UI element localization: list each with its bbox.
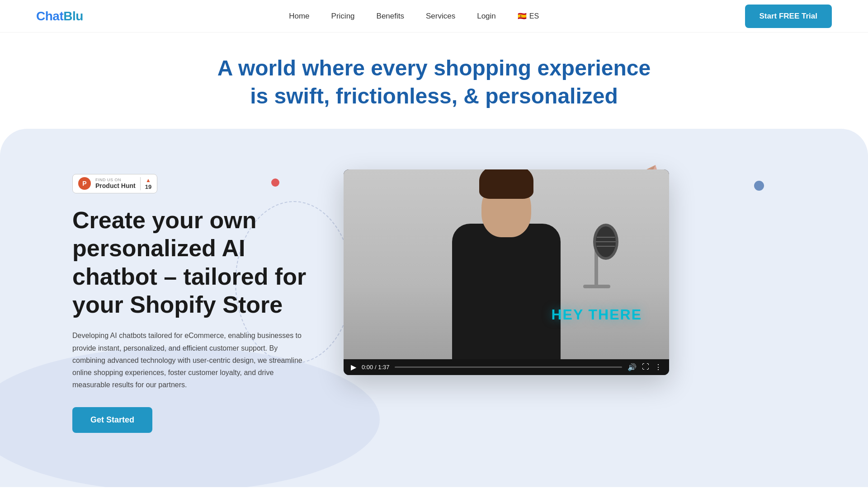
ph-find-label: FIND US ON bbox=[95, 178, 136, 182]
ph-score-number: 19 bbox=[145, 183, 151, 190]
ph-text: FIND US ON Product Hunt bbox=[95, 178, 136, 189]
nav-login[interactable]: Login bbox=[477, 12, 496, 20]
heading-line1: Create your own bbox=[72, 207, 256, 233]
nav-links: Home Pricing Benefits Services Login 🇪🇸 … bbox=[289, 12, 539, 21]
logo-part1: Chat bbox=[36, 9, 63, 23]
more-options-icon[interactable]: ⋮ bbox=[655, 363, 662, 371]
video-progress-bar[interactable] bbox=[395, 366, 622, 368]
play-button[interactable]: ▶ bbox=[351, 363, 356, 371]
main-section: P FIND US ON Product Hunt ▲ 19 Create yo… bbox=[0, 129, 868, 488]
ph-score: ▲ 19 bbox=[140, 177, 151, 190]
product-hunt-badge[interactable]: P FIND US ON Product Hunt ▲ 19 bbox=[72, 174, 157, 193]
lang-label: ES bbox=[529, 12, 539, 20]
video-player[interactable]: HEY THERE ▶ 0:00 / 1:37 🔊 ⛶ ⋮ bbox=[344, 169, 669, 375]
nav-pricing[interactable]: Pricing bbox=[331, 12, 355, 20]
get-started-button[interactable]: Get Started bbox=[72, 407, 152, 433]
page-headline: A world where every shopping experience … bbox=[208, 54, 660, 111]
nav-home[interactable]: Home bbox=[289, 12, 309, 20]
logo-part2: Blu bbox=[63, 9, 83, 23]
ph-arrow-icon: ▲ bbox=[146, 177, 151, 183]
fullscreen-icon[interactable]: ⛶ bbox=[642, 363, 649, 371]
heading-line4: your Shopify Store bbox=[72, 291, 283, 318]
nav-benefits[interactable]: Benefits bbox=[377, 12, 404, 20]
nav-services[interactable]: Services bbox=[426, 12, 455, 20]
video-time: 0:00 / 1:37 bbox=[362, 364, 389, 371]
video-frame: HEY THERE bbox=[344, 169, 669, 359]
video-overlay-text: HEY THERE bbox=[551, 306, 642, 323]
microphone-icon bbox=[570, 206, 624, 298]
producthunt-icon: P bbox=[78, 177, 91, 190]
heading-line2: personalized AI bbox=[72, 235, 245, 261]
start-trial-button[interactable]: Start FREE Trial bbox=[745, 5, 832, 28]
video-controls: ▶ 0:00 / 1:37 🔊 ⛶ ⋮ bbox=[344, 359, 669, 375]
headline-section: A world where every shopping experience … bbox=[0, 33, 868, 129]
person-hair bbox=[479, 169, 533, 199]
language-selector[interactable]: 🇪🇸 ES bbox=[518, 12, 539, 20]
hero-heading: Create your own personalized AI chatbot … bbox=[72, 206, 307, 319]
hero-description: Developing AI chatbots tailored for eCom… bbox=[72, 329, 307, 391]
flag-icon: 🇪🇸 bbox=[518, 12, 527, 20]
heading-line3: chatbot – tailored for bbox=[72, 263, 306, 290]
content-grid: P FIND US ON Product Hunt ▲ 19 Create yo… bbox=[72, 165, 796, 433]
person-body bbox=[452, 224, 561, 359]
logo[interactable]: ChatBlu bbox=[36, 9, 83, 23]
volume-icon[interactable]: 🔊 bbox=[627, 363, 637, 371]
svg-rect-4 bbox=[583, 285, 610, 288]
navbar: ChatBlu Home Pricing Benefits Services L… bbox=[0, 0, 868, 33]
ph-name: Product Hunt bbox=[95, 182, 136, 189]
left-content: P FIND US ON Product Hunt ▲ 19 Create yo… bbox=[72, 165, 307, 433]
right-content: HEY THERE ▶ 0:00 / 1:37 🔊 ⛶ ⋮ bbox=[344, 165, 796, 375]
